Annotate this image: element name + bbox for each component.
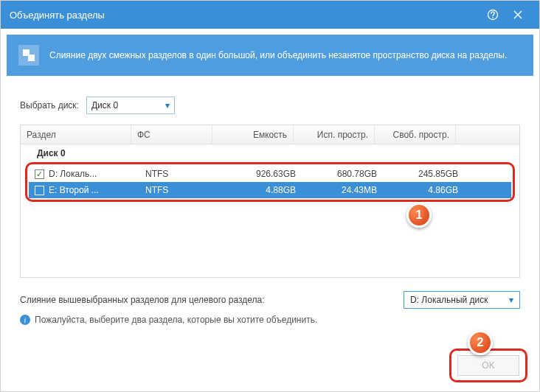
disk-select-value: Диск 0 [91, 100, 118, 111]
row-cap: 4.88GB [221, 185, 302, 195]
target-value: D: Локальный диск [410, 295, 488, 305]
row-fs: NTFS [139, 185, 221, 195]
disk-group-label: Диск 0 [21, 144, 519, 162]
col-used[interactable]: Исп. простр. [294, 125, 375, 144]
banner: Слияние двух смежных разделов в один бол… [7, 35, 533, 76]
svg-rect-3 [28, 55, 35, 61]
row-used: 24.43MB [302, 185, 383, 195]
banner-text: Слияние двух смежных разделов в один бол… [49, 50, 507, 60]
step-badge-2: 2 [468, 330, 493, 355]
content: Выбрать диск: Диск 0 ▾ Раздел ФС Емкость… [1, 82, 539, 325]
table-row[interactable]: E: Второй ... NTFS 4.88GB 24.43MB 4.86GB [29, 182, 511, 198]
row-cap: 926.63GB [221, 169, 302, 179]
highlight-step-1: D: Локаль... NTFS 926.63GB 680.78GB 245.… [25, 162, 515, 202]
table-body: Диск 0 D: Локаль... NTFS 926.63GB 680.78… [21, 144, 519, 277]
target-combo[interactable]: D: Локальный диск ▾ [404, 291, 520, 309]
disk-select-row: Выбрать диск: Диск 0 ▾ [20, 97, 520, 114]
footer: 2 OK [449, 349, 527, 382]
window-title: Объединять разделы [10, 10, 105, 21]
svg-point-1 [492, 17, 494, 18]
chevron-down-icon: ▾ [509, 295, 513, 305]
disk-select-combo[interactable]: Диск 0 ▾ [86, 97, 175, 114]
partition-table: Раздел ФС Емкость Исп. простр. Своб. про… [20, 125, 520, 278]
highlight-step-2: 2 OK [449, 349, 527, 382]
row-checkbox[interactable] [35, 186, 44, 195]
hint-row: i Пожалуйста, выберите два раздела, кото… [20, 315, 520, 325]
titlebar: Объединять разделы [1, 1, 539, 29]
target-label: Слияние вышевыбранных разделов для целев… [20, 295, 265, 305]
col-fs[interactable]: ФС [131, 125, 212, 144]
row-free: 4.86GB [383, 185, 464, 195]
row-partition: D: Локаль... [49, 169, 97, 179]
close-icon[interactable] [505, 2, 530, 27]
chevron-down-icon: ▾ [165, 100, 170, 111]
row-fs: NTFS [139, 169, 221, 179]
hint-text: Пожалуйста, выберите два раздела, которы… [35, 315, 317, 325]
ok-button[interactable]: OK [457, 355, 519, 376]
help-icon[interactable] [480, 2, 505, 27]
row-checkbox[interactable] [35, 169, 44, 179]
merge-icon [18, 45, 39, 66]
step-badge-1: 1 [406, 203, 432, 228]
table-row[interactable]: D: Локаль... NTFS 926.63GB 680.78GB 245.… [29, 166, 511, 182]
disk-select-label: Выбрать диск: [20, 100, 79, 111]
merge-partitions-dialog: Объединять разделы Слияние двух смежных … [0, 0, 540, 392]
row-partition: E: Второй ... [49, 185, 99, 195]
info-icon: i [20, 315, 30, 325]
row-used: 680.78GB [302, 169, 383, 179]
table-header: Раздел ФС Емкость Исп. простр. Своб. про… [21, 125, 519, 144]
col-free[interactable]: Своб. простр. [375, 125, 456, 144]
col-capacity[interactable]: Емкость [212, 125, 294, 144]
target-row: Слияние вышевыбранных разделов для целев… [20, 291, 520, 309]
row-free: 245.85GB [383, 169, 464, 179]
col-partition[interactable]: Раздел [21, 125, 131, 144]
